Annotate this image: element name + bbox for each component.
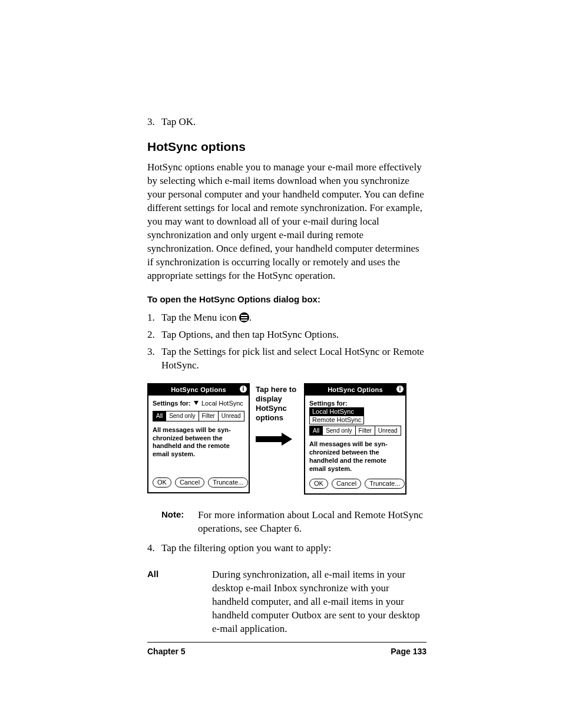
definition-all: All During synchronization, all e-mail i…	[147, 568, 427, 636]
filter-tabs: All Send only Filter Unread	[309, 426, 401, 436]
step-text: Tap the Menu icon .	[161, 311, 252, 325]
figure-caption: Tap here to display HotSync options	[256, 383, 298, 444]
section-heading: HotSync options	[147, 139, 427, 155]
info-icon: i	[240, 386, 247, 393]
open-step-4: 4. Tap the filtering option you want to …	[147, 542, 427, 555]
dropdown-option-remote: Remote HotSync	[310, 416, 363, 424]
document-page: 3. Tap OK. HotSync options HotSync optio…	[0, 0, 562, 728]
dialog-body: Settings for: Local HotSync All Send onl…	[148, 396, 249, 492]
step-number: 1.	[147, 311, 161, 325]
settings-for-dropdown: Local HotSync Remote HotSync	[309, 407, 364, 424]
step-text: Tap OK.	[161, 116, 196, 129]
ok-button: OK	[153, 477, 171, 487]
dropdown-triangle-icon	[194, 401, 199, 405]
dialog-title: HotSync Options	[328, 386, 383, 393]
page-footer: Chapter 5 Page 133	[147, 642, 427, 657]
dialog-title: HotSync Options	[171, 386, 226, 393]
step-number: 2.	[147, 328, 161, 342]
palm-screenshot-right: HotSync Options i Settings for: Local Ho…	[304, 383, 406, 495]
open-step-2: 2. Tap Options, and then tap HotSync Opt…	[147, 328, 427, 342]
definition-text: During synchronization, all e-mail items…	[212, 568, 427, 636]
figure-row: HotSync Options i Settings for: Local Ho…	[147, 383, 427, 495]
truncate-button: Truncate...	[365, 479, 405, 489]
tab-filter: Filter	[199, 411, 219, 421]
tab-send-only: Send only	[166, 411, 199, 421]
dialog-button-row: OK Cancel Truncate...	[153, 477, 244, 487]
filter-tabs: All Send only Filter Unread	[153, 411, 244, 421]
dialog-message: All messages will be syn- chronized betw…	[153, 426, 244, 472]
menu-icon	[239, 312, 249, 322]
dialog-body: Settings for: Local HotSync Remote HotSy…	[305, 396, 405, 494]
step-text: Tap the Settings for pick list and selec…	[161, 345, 427, 373]
palm-screenshot-left: HotSync Options i Settings for: Local Ho…	[147, 383, 250, 493]
settings-for-line: Settings for: Local HotSync	[153, 399, 244, 408]
dialog-message: All messages will be syn- chronized betw…	[309, 440, 401, 473]
info-icon: i	[396, 386, 404, 393]
dialog-title-bar: HotSync Options i	[305, 384, 405, 396]
settings-for-label: Settings for:	[153, 400, 191, 407]
tab-all: All	[153, 411, 166, 421]
cancel-button: Cancel	[175, 477, 204, 487]
tab-send-only: Send only	[323, 426, 355, 436]
step-text: Tap Options, and then tap HotSync Option…	[161, 328, 339, 342]
open-step-3: 3. Tap the Settings for pick list and se…	[147, 345, 427, 373]
procedure-subhead: To open the HotSync Options dialog box:	[147, 294, 427, 305]
note-block: Note: For more information about Local a…	[147, 509, 427, 536]
step-text-pre: Tap the Menu icon	[161, 312, 239, 323]
ok-button: OK	[309, 479, 328, 489]
definition-term: All	[147, 568, 212, 636]
tab-all: All	[309, 426, 323, 436]
note-text: For more information about Local and Rem…	[198, 509, 427, 536]
prior-step-3: 3. Tap OK.	[147, 116, 427, 129]
truncate-button: Truncate...	[208, 477, 248, 487]
cancel-button: Cancel	[332, 479, 361, 489]
note-label: Note:	[161, 509, 198, 536]
settings-for-value: Local HotSync	[201, 400, 243, 407]
intro-paragraph: HotSync options enable you to manage you…	[147, 161, 427, 282]
step-text-post: .	[249, 312, 252, 323]
caption-text: Tap here to display HotSync options	[256, 385, 298, 423]
step-number: 4.	[147, 542, 161, 555]
settings-for-line: Settings for: Local HotSync Remote HotSy…	[309, 399, 401, 424]
tab-filter: Filter	[356, 426, 375, 436]
settings-for-label: Settings for:	[309, 400, 348, 407]
arrow-icon	[256, 434, 292, 444]
step-number: 3.	[147, 116, 161, 129]
dropdown-option-local: Local HotSync	[310, 408, 363, 416]
tab-unread: Unread	[375, 426, 401, 436]
step-number: 3.	[147, 345, 161, 373]
footer-chapter: Chapter 5	[147, 646, 186, 657]
content-column: 3. Tap OK. HotSync options HotSync optio…	[147, 116, 427, 636]
step-text: Tap the filtering option you want to app…	[161, 542, 331, 555]
open-step-1: 1. Tap the Menu icon .	[147, 311, 427, 325]
tab-unread: Unread	[219, 411, 244, 421]
dialog-title-bar: HotSync Options i	[148, 384, 249, 396]
dialog-button-row: OK Cancel Truncate...	[309, 479, 401, 489]
footer-page: Page 133	[391, 646, 427, 657]
